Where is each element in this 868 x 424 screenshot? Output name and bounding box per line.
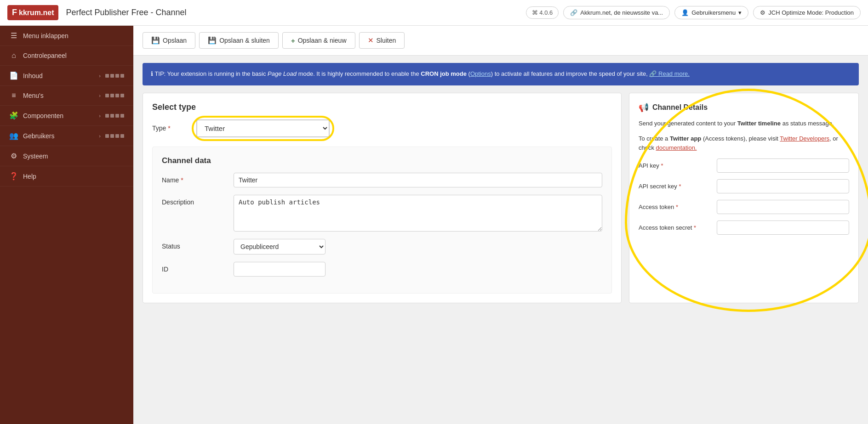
documentation-link[interactable]: documentation.: [656, 144, 697, 151]
description-input[interactable]: Auto publish articles: [234, 195, 602, 232]
sidebar-item-controlepaneel[interactable]: ⌂ Controlepaneel: [0, 46, 133, 66]
save-icon: 💾: [151, 36, 160, 45]
top-header: F kkrum.net Perfect Publisher Free - Cha…: [0, 0, 868, 26]
save-new-icon: +: [291, 37, 295, 45]
access-token-group: Access token *: [639, 200, 849, 214]
type-select[interactable]: Twitter Facebook LinkedIn Instagram: [196, 119, 330, 137]
name-label: Name *: [162, 173, 226, 184]
settings-icon: ⚙: [9, 152, 18, 160]
info-text: TIP: Your extension is running in the ba…: [154, 70, 690, 77]
page-title: Perfect Publisher Free - Channel: [66, 8, 518, 17]
save-label: Opslaan: [163, 37, 187, 44]
sidebar-label-inhoud: Inhoud: [23, 72, 94, 79]
squares-gebruikers: [105, 134, 124, 138]
sidebar-label-menus: Menu's: [23, 92, 94, 99]
id-label: ID: [162, 262, 226, 273]
access-token-secret-input[interactable]: [717, 220, 849, 235]
toolbar: 💾 Opslaan 💾 Opslaan & sluiten + Opslaan …: [133, 26, 868, 56]
options-link[interactable]: Options: [470, 70, 491, 77]
select-type-section: Select type Type * Twitter Facebook Link…: [152, 102, 612, 137]
save-close-label: Opslaan & sluiten: [219, 37, 270, 44]
squares-componenten: [105, 114, 124, 118]
gear-icon: ⚙: [760, 9, 765, 16]
right-panel: 📢 Channel Details Send your generated co…: [629, 93, 859, 303]
access-token-label: Access token *: [639, 204, 712, 210]
home-icon: ⌂: [9, 51, 18, 60]
sidebar-item-menus[interactable]: ≡ Menu's ›: [0, 86, 133, 106]
save-button[interactable]: 💾 Opslaan: [143, 32, 195, 49]
left-panel: Select type Type * Twitter Facebook Link…: [143, 93, 622, 303]
channel-details-header: 📢 Channel Details: [639, 102, 849, 113]
api-key-label: API key *: [639, 162, 712, 169]
info-banner: ℹ TIP: Your extension is running in the …: [143, 63, 859, 85]
close-icon: ✕: [368, 36, 374, 45]
channel-data-title: Channel data: [162, 156, 602, 165]
status-select[interactable]: Gepubliceerd Gedepubliceerd: [234, 239, 326, 254]
chevron-right-icon4: ›: [99, 133, 101, 139]
api-secret-key-input[interactable]: [717, 179, 849, 193]
sidebar-item-gebruikers[interactable]: 👥 Gebruikers ›: [0, 126, 133, 146]
sidebar-item-help[interactable]: ❓ Help: [0, 166, 133, 187]
sidebar: ☰ Menu inklappen ⌂ Controlepaneel 📄 Inho…: [0, 26, 133, 424]
select-type-row: Type * Twitter Facebook LinkedIn Instagr…: [152, 119, 612, 137]
save-new-button[interactable]: + Opslaan & nieuw: [282, 32, 355, 49]
read-more-link[interactable]: 🔗 Read more.: [649, 70, 690, 77]
menu-bars-icon: ≡: [9, 91, 18, 100]
access-token-input[interactable]: [717, 200, 849, 214]
channel-data-section: Channel data Name * Description Auto pub…: [152, 147, 612, 294]
type-label: Type *: [152, 124, 189, 132]
content-area: 💾 Opslaan 💾 Opslaan & sluiten + Opslaan …: [133, 26, 868, 424]
access-token-secret-label: Access token secret *: [639, 224, 712, 231]
channel-detail-description1: Send your generated content to your Twit…: [639, 119, 849, 129]
description-label: Description: [162, 195, 226, 206]
api-key-input[interactable]: [717, 158, 849, 173]
save-close-icon: 💾: [208, 36, 217, 45]
chevron-right-icon2: ›: [99, 93, 101, 98]
menu-icon: ☰: [9, 31, 18, 40]
sidebar-label-componenten: Componenten: [23, 112, 94, 119]
help-icon: ❓: [9, 172, 18, 181]
sidebar-label-help: Help: [23, 173, 124, 180]
api-key-group: API key *: [639, 158, 849, 173]
header-actions: ⌘ 4.0.6 🔗 Akkrum.net, de nieuwssite va..…: [526, 6, 861, 19]
main-layout: ☰ Menu inklappen ⌂ Controlepaneel 📄 Inho…: [0, 26, 868, 424]
user-menu-label: Gebruikersmenu: [691, 9, 736, 16]
jch-button[interactable]: ⚙ JCH Optimize Mode: Production: [753, 6, 861, 19]
sidebar-item-systeem[interactable]: ⚙ Systeem: [0, 146, 133, 166]
channel-details-title: Channel Details: [652, 103, 708, 112]
logo-icon: F: [12, 8, 17, 17]
api-secret-key-group: API secret key *: [639, 179, 849, 193]
status-field-group: Status Gepubliceerd Gedepubliceerd: [162, 239, 602, 254]
sidebar-label-menu-inklappen: Menu inklappen: [23, 32, 124, 40]
sidebar-label-gebruikers: Gebruikers: [23, 132, 94, 140]
squares-inhoud: [105, 74, 124, 78]
user-menu-button[interactable]: 👤 Gebruikersmenu ▾: [674, 6, 748, 19]
name-field-group: Name *: [162, 173, 602, 187]
twitter-developers-link[interactable]: Twitter Developers: [780, 135, 829, 142]
version-text: ⌘ 4.0.6: [532, 9, 553, 16]
sidebar-item-menu-inklappen[interactable]: ☰ Menu inklappen: [0, 26, 133, 46]
description-field-group: Description Auto publish articles: [162, 195, 602, 232]
chevron-down-icon: ▾: [738, 9, 742, 16]
version-badge: ⌘ 4.0.6: [526, 6, 559, 19]
megaphone-icon: 📢: [639, 102, 649, 113]
api-secret-key-label: API secret key *: [639, 183, 712, 190]
close-button[interactable]: ✕ Sluiten: [359, 32, 405, 49]
close-label: Sluiten: [377, 37, 396, 44]
sidebar-item-inhoud[interactable]: 📄 Inhoud ›: [0, 66, 133, 86]
sidebar-item-componenten[interactable]: 🧩 Componenten ›: [0, 106, 133, 126]
chevron-right-icon3: ›: [99, 113, 101, 119]
puzzle-icon: 🧩: [9, 111, 18, 120]
site-button[interactable]: 🔗 Akkrum.net, de nieuwssite va...: [563, 6, 670, 19]
id-input[interactable]: [234, 262, 326, 277]
users-icon: 👥: [9, 131, 18, 140]
name-input[interactable]: [234, 173, 602, 187]
id-field-group: ID: [162, 262, 602, 277]
select-type-title: Select type: [152, 102, 612, 112]
channel-detail-description2: To create a Twitter app (Access tokens),…: [639, 134, 849, 153]
jch-button-label: JCH Optimize Mode: Production: [768, 9, 854, 16]
logo: F kkrum.net: [7, 5, 58, 20]
save-close-button[interactable]: 💾 Opslaan & sluiten: [199, 32, 279, 49]
save-new-label: Opslaan & nieuw: [298, 37, 347, 44]
access-token-secret-group: Access token secret *: [639, 220, 849, 235]
